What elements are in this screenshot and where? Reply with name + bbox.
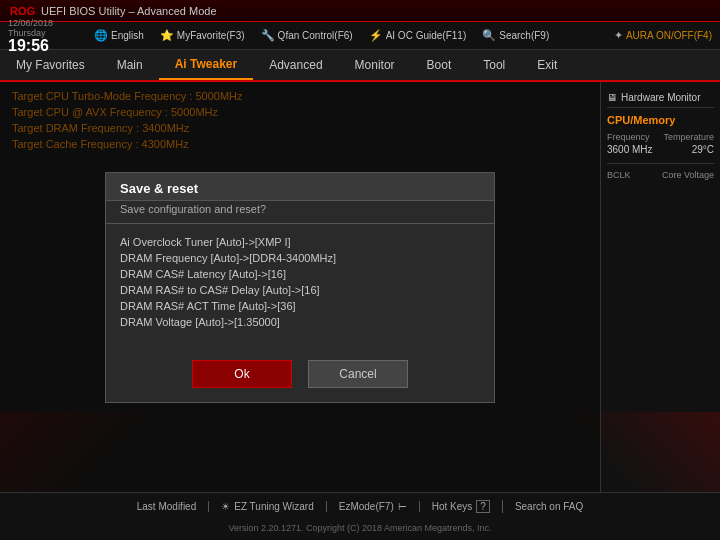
qfan-btn[interactable]: 🔧 Qfan Control(F6) (261, 29, 353, 42)
nav-monitor[interactable]: Monitor (339, 50, 411, 80)
left-panel: Target CPU Turbo-Mode Frequency : 5000MH… (0, 82, 600, 492)
datetime: 12/06/2018Thursday 19:56 (8, 18, 78, 54)
rog-logo: ROG (10, 5, 35, 17)
dialog-body: Ai Overclock Tuner [Auto]->[XMP I] DRAM … (106, 224, 494, 344)
dialog-overlay: Save & reset Save configuration and rese… (0, 82, 600, 492)
cancel-button[interactable]: Cancel (308, 360, 408, 388)
bottom-bar: Last Modified ☀ EZ Tuning Wizard EzMode(… (0, 492, 720, 540)
ezmode-link[interactable]: EzMode(F7) ⊢ (327, 501, 420, 512)
ok-button[interactable]: Ok (192, 360, 292, 388)
bclk-label: BCLK (607, 170, 631, 180)
main-nav: My Favorites Main Ai Tweaker Advanced Mo… (0, 50, 720, 82)
version-text: Version 2.20.1271. Copyright (C) 2018 Am… (0, 520, 720, 536)
dialog-item-4: DRAM RAS# to CAS# Delay [Auto]->[16] (120, 284, 480, 296)
freq-label: Frequency (607, 132, 650, 142)
hw-bclk-row: BCLK Core Voltage (607, 170, 714, 180)
hardware-monitor-panel: 🖥 Hardware Monitor CPU/Memory Frequency … (600, 82, 720, 492)
hotkeys-badge: ? (476, 500, 490, 513)
aura-icon: ✦ (614, 29, 623, 42)
ez-tuning-link[interactable]: ☀ EZ Tuning Wizard (209, 501, 326, 512)
dialog-item-3: DRAM CAS# Latency [Auto]->[16] (120, 268, 480, 280)
ezmode-icon: ⊢ (398, 501, 407, 512)
save-reset-dialog: Save & reset Save configuration and rese… (105, 172, 495, 403)
title-bar: ROG UEFI BIOS Utility – Advanced Mode (0, 0, 720, 22)
search-btn[interactable]: 🔍 Search(F9) (482, 29, 549, 42)
last-modified-link[interactable]: Last Modified (125, 501, 209, 512)
nav-advanced[interactable]: Advanced (253, 50, 338, 80)
hw-section-title: CPU/Memory (607, 114, 714, 126)
favorites-icon: ⭐ (160, 29, 174, 42)
temp-value: 29°C (692, 144, 714, 155)
bottom-links: Last Modified ☀ EZ Tuning Wizard EzMode(… (0, 493, 720, 520)
dialog-item-2: DRAM Frequency [Auto]->[DDR4-3400MHz] (120, 252, 480, 264)
hw-col-headers: Frequency Temperature (607, 132, 714, 142)
nav-myfavorites[interactable]: My Favorites (0, 50, 101, 80)
monitor-icon: 🖥 (607, 92, 617, 103)
dialog-item-5: DRAM RAS# ACT Time [Auto]->[36] (120, 300, 480, 312)
language-icon: 🌐 (94, 29, 108, 42)
hotkeys-link[interactable]: Hot Keys ? (420, 500, 503, 513)
date-display: 12/06/2018Thursday (8, 18, 53, 38)
search-icon: 🔍 (482, 29, 496, 42)
aioc-icon: ⚡ (369, 29, 383, 42)
qfan-icon: 🔧 (261, 29, 275, 42)
dialog-title: Save & reset (106, 173, 494, 201)
nav-tool[interactable]: Tool (467, 50, 521, 80)
language-btn[interactable]: 🌐 English (94, 29, 144, 42)
dialog-buttons: Ok Cancel (106, 344, 494, 402)
aura-btn[interactable]: ✦ AURA ON/OFF(F4) (614, 29, 712, 42)
nav-aitweaker[interactable]: Ai Tweaker (159, 50, 253, 80)
nav-exit[interactable]: Exit (521, 50, 573, 80)
dialog-item-1: Ai Overclock Tuner [Auto]->[XMP I] (120, 236, 480, 248)
nav-main[interactable]: Main (101, 50, 159, 80)
dialog-item-6: DRAM Voltage [Auto]->[1.35000] (120, 316, 480, 328)
hw-data-row: 3600 MHz 29°C (607, 144, 714, 155)
voltage-label: Core Voltage (662, 170, 714, 180)
dialog-subtitle: Save configuration and reset? (106, 201, 494, 224)
info-bar: 12/06/2018Thursday 19:56 🌐 English ⭐ MyF… (0, 22, 720, 50)
freq-value: 3600 MHz (607, 144, 653, 155)
nav-boot[interactable]: Boot (411, 50, 468, 80)
tuning-icon: ☀ (221, 501, 230, 512)
bios-title: UEFI BIOS Utility – Advanced Mode (41, 5, 216, 17)
main-content: Target CPU Turbo-Mode Frequency : 5000MH… (0, 82, 720, 492)
hw-separator (607, 163, 714, 164)
search-faq-link[interactable]: Search on FAQ (503, 501, 595, 512)
aioc-btn[interactable]: ⚡ AI OC Guide(F11) (369, 29, 467, 42)
myfavorites-btn[interactable]: ⭐ MyFavorite(F3) (160, 29, 245, 42)
temp-label: Temperature (663, 132, 714, 142)
hw-monitor-header: 🖥 Hardware Monitor (607, 88, 714, 108)
